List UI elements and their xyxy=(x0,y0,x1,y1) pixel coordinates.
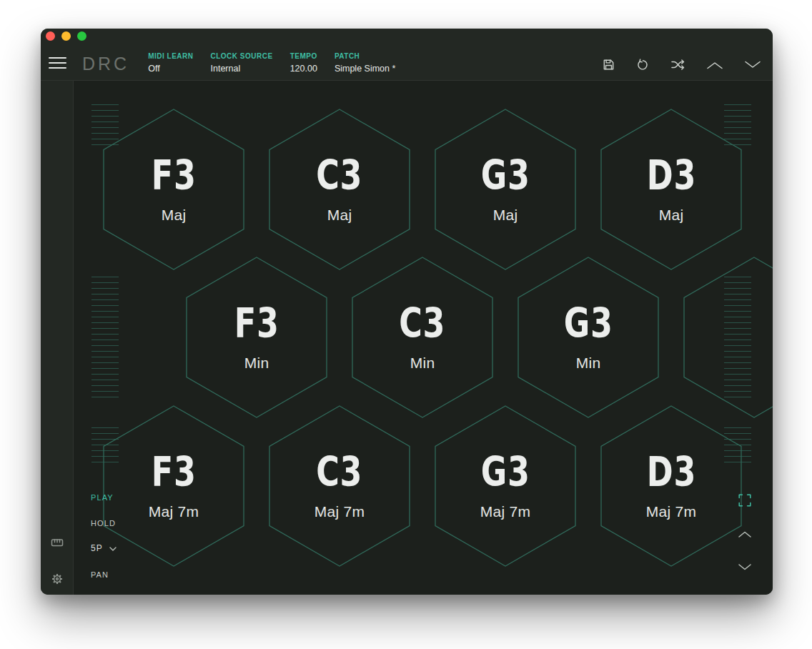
octave-up-icon[interactable] xyxy=(738,530,752,539)
undo-icon[interactable] xyxy=(636,58,650,71)
clock-source-control[interactable]: CLOCK SOURCE Internal xyxy=(211,52,273,74)
tempo-label: TEMPO xyxy=(290,52,317,60)
minimize-button[interactable] xyxy=(61,31,71,41)
dropdown-chevron-icon xyxy=(109,547,117,551)
chord-pad[interactable]: D3 Maj xyxy=(600,109,742,270)
close-button[interactable] xyxy=(46,31,55,41)
pad-note: C3 xyxy=(399,303,445,344)
chord-pad[interactable]: F3 Min xyxy=(186,257,327,418)
voicing-value: 5P xyxy=(91,543,103,553)
clock-source-label: CLOCK SOURCE xyxy=(211,52,273,60)
save-icon[interactable] xyxy=(602,58,615,71)
zoom-button[interactable] xyxy=(77,31,86,41)
hexagon-outline xyxy=(683,257,773,418)
settings-gear-icon[interactable] xyxy=(50,572,64,586)
play-mode-button[interactable]: PLAY xyxy=(91,493,114,502)
midi-learn-label: MIDI LEARN xyxy=(148,52,193,60)
header-actions xyxy=(602,58,761,71)
pad-note: D3 xyxy=(646,452,695,492)
hamburger-menu-button[interactable] xyxy=(49,57,66,69)
left-sidebar xyxy=(41,81,74,595)
patch-value: Simple Simon * xyxy=(335,64,395,74)
chevron-down-icon[interactable] xyxy=(744,60,761,70)
octave-down-icon[interactable] xyxy=(738,563,752,572)
chord-pad[interactable]: C3 Min xyxy=(352,257,493,418)
app-window: DRC MIDI LEARN Off CLOCK SOURCE Internal… xyxy=(41,29,773,595)
midi-learn-control[interactable]: MIDI LEARN Off xyxy=(148,52,193,74)
hold-mode-button[interactable]: HOLD xyxy=(91,519,116,527)
chord-pad[interactable]: C3 Maj xyxy=(269,109,410,270)
chord-pad-partial[interactable] xyxy=(683,257,773,418)
chord-pad[interactable]: G3 Maj xyxy=(435,109,576,270)
patch-control[interactable]: PATCH Simple Simon * xyxy=(335,52,395,74)
shuffle-icon[interactable] xyxy=(670,58,685,71)
tempo-control[interactable]: TEMPO 120.00 xyxy=(290,52,317,74)
pad-note: C3 xyxy=(316,452,362,492)
pad-note: F3 xyxy=(152,155,197,196)
pad-note: G3 xyxy=(563,303,613,344)
midi-device-icon[interactable] xyxy=(50,535,64,550)
chevron-up-icon[interactable] xyxy=(706,60,723,70)
app-logo: DRC xyxy=(82,55,129,73)
voicing-dropdown[interactable]: 5P xyxy=(91,543,117,553)
chord-pad[interactable]: D3 Maj 7m xyxy=(600,405,742,567)
chord-pad[interactable]: F3 Maj 7m xyxy=(103,405,244,567)
pad-note: F3 xyxy=(234,303,279,344)
pan-mode-button[interactable]: PAN xyxy=(91,570,109,579)
patch-label: PATCH xyxy=(335,52,395,60)
pad-note: G3 xyxy=(480,452,530,492)
window-controls xyxy=(46,31,86,41)
pad-note: D3 xyxy=(646,155,695,196)
pad-note: C3 xyxy=(316,155,362,196)
pad-note: G3 xyxy=(480,155,530,196)
pad-note: F3 xyxy=(152,452,197,492)
clock-source-value: Internal xyxy=(211,64,273,74)
chord-pad[interactable]: F3 Maj xyxy=(103,109,244,270)
tempo-value: 120.00 xyxy=(290,64,317,74)
ruled-lines xyxy=(91,277,119,398)
focus-frame-icon[interactable] xyxy=(738,494,751,507)
chord-pad-grid: F3 Maj C3 Maj G3 Maj D3 Maj F3 Min C3 Mi… xyxy=(74,81,773,595)
chord-pad[interactable]: C3 Maj 7m xyxy=(269,405,410,567)
midi-learn-value: Off xyxy=(148,64,193,74)
header-bar: DRC MIDI LEARN Off CLOCK SOURCE Internal… xyxy=(41,29,773,81)
chord-pad[interactable]: G3 Min xyxy=(518,257,659,418)
chord-pad[interactable]: G3 Maj 7m xyxy=(435,405,576,567)
